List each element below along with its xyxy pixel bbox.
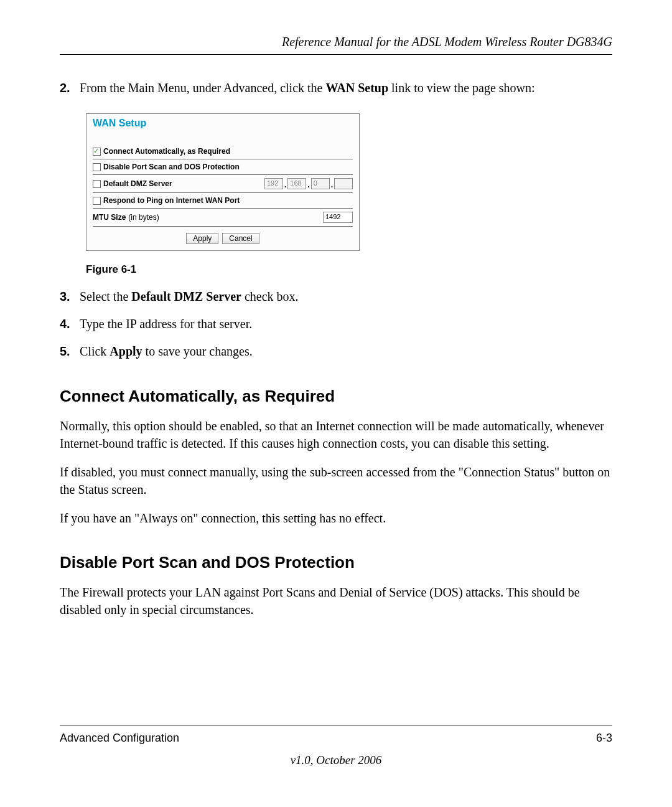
- text: link to view the page shown:: [388, 81, 535, 95]
- wan-row-dmz: Default DMZ Server 192. 168. 0.: [93, 175, 353, 193]
- footer-version: v1.0, October 2006: [0, 753, 672, 767]
- footer-page-number: 6-3: [596, 732, 612, 745]
- text: check box.: [241, 290, 299, 303]
- apply-term: Apply: [110, 344, 142, 358]
- wan-row-disable-portscan: Disable Port Scan and DOS Protection: [93, 159, 353, 175]
- step-text: From the Main Menu, under Advanced, clic…: [80, 78, 612, 97]
- heading-connect-auto: Connect Automatically, as Required: [60, 387, 612, 406]
- wan-setup-panel: WAN Setup Connect Automatically, as Requ…: [86, 113, 360, 251]
- dmz-ip-octet-2[interactable]: 168: [287, 178, 306, 189]
- wan-row-mtu: MTU Size (in bytes) 1492: [93, 209, 353, 226]
- step-text: Select the Default DMZ Server check box.: [80, 287, 612, 306]
- step-number: 4.: [60, 314, 80, 333]
- dmz-ip-octet-4[interactable]: [334, 178, 353, 189]
- checkbox-default-dmz[interactable]: [93, 180, 101, 188]
- dot: .: [284, 181, 286, 189]
- step-text: Click Apply to save your changes.: [80, 342, 612, 361]
- label-respond-ping: Respond to Ping on Internet WAN Port: [103, 196, 240, 205]
- dot: .: [331, 181, 333, 189]
- text: to save your changes.: [142, 344, 253, 358]
- dmz-ip-octet-3[interactable]: 0: [311, 178, 330, 189]
- checkbox-disable-portscan[interactable]: [93, 163, 101, 171]
- wan-buttons: Apply Cancel: [93, 226, 353, 244]
- default-dmz-term: Default DMZ Server: [131, 290, 241, 303]
- wan-panel-title: WAN Setup: [93, 118, 353, 129]
- step-number: 3.: [60, 287, 80, 306]
- step-4: 4. Type the IP address for that server.: [60, 314, 612, 333]
- dmz-ip-fields: 192. 168. 0.: [264, 178, 353, 189]
- cancel-button[interactable]: Cancel: [222, 233, 259, 244]
- mtu-input[interactable]: 1492: [323, 212, 353, 223]
- apply-button[interactable]: Apply: [186, 233, 218, 244]
- dot: .: [307, 181, 309, 189]
- wan-row-connect-auto: Connect Automatically, as Required: [93, 144, 353, 159]
- para-disable: The Firewall protects your LAN against P…: [60, 583, 612, 618]
- step-3: 3. Select the Default DMZ Server check b…: [60, 287, 612, 306]
- text: From the Main Menu, under Advanced, clic…: [80, 81, 325, 95]
- running-header: Reference Manual for the ADSL Modem Wire…: [60, 35, 612, 55]
- label-default-dmz: Default DMZ Server: [103, 179, 172, 188]
- label-connect-auto: Connect Automatically, as Required: [103, 147, 230, 156]
- step-number: 2.: [60, 78, 80, 97]
- dmz-ip-octet-1[interactable]: 192: [264, 178, 283, 189]
- label-disable-portscan: Disable Port Scan and DOS Protection: [103, 163, 240, 171]
- text: Click: [80, 344, 110, 358]
- label-mtu: MTU Size: [93, 213, 126, 222]
- text: Select the: [80, 290, 131, 303]
- wan-row-respond-ping: Respond to Ping on Internet WAN Port: [93, 193, 353, 209]
- figure-caption: Figure 6-1: [86, 263, 612, 276]
- step-text: Type the IP address for that server.: [80, 314, 612, 333]
- heading-disable-portscan: Disable Port Scan and DOS Protection: [60, 553, 612, 572]
- checkbox-respond-ping[interactable]: [93, 197, 101, 205]
- step-2: 2. From the Main Menu, under Advanced, c…: [60, 78, 612, 97]
- para-connect-3: If you have an "Always on" connection, t…: [60, 509, 612, 527]
- step-5: 5. Click Apply to save your changes.: [60, 342, 612, 361]
- label-mtu-units: (in bytes): [128, 213, 159, 222]
- para-connect-1: Normally, this option should be enabled,…: [60, 417, 612, 452]
- step-number: 5.: [60, 342, 80, 361]
- checkbox-connect-auto[interactable]: [93, 148, 101, 156]
- page-footer: Advanced Configuration 6-3: [60, 725, 612, 745]
- footer-section: Advanced Configuration: [60, 732, 179, 745]
- para-connect-2: If disabled, you must connect manually, …: [60, 463, 612, 498]
- wan-setup-term: WAN Setup: [325, 81, 388, 95]
- figure-wan-setup: WAN Setup Connect Automatically, as Requ…: [86, 113, 612, 251]
